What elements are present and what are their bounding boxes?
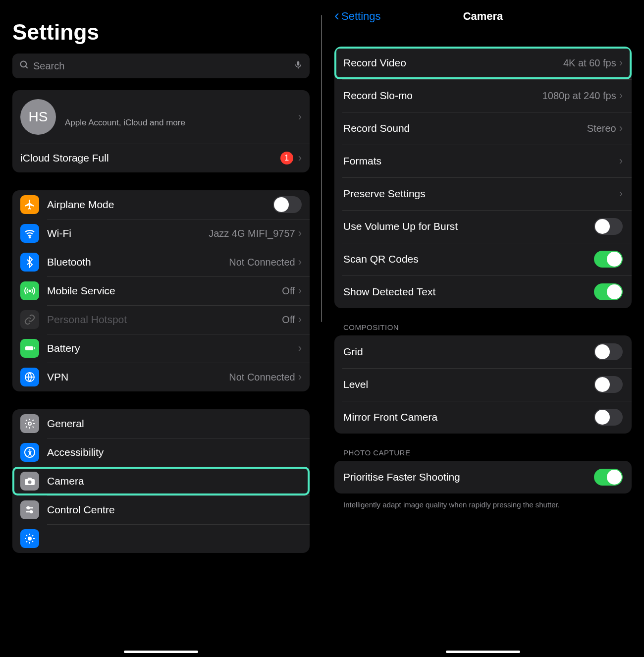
row-label: Camera — [47, 475, 302, 487]
row-label: Mobile Service — [47, 285, 282, 297]
row-label: Use Volume Up for Burst — [343, 220, 594, 232]
row-label: Bluetooth — [47, 256, 229, 268]
account-subtitle: Apple Account, iCloud and more — [65, 118, 298, 128]
icloud-storage-row[interactable]: iCloud Storage Full 1 › — [12, 144, 310, 172]
toggle-qr[interactable] — [594, 251, 623, 268]
toggle-level[interactable] — [594, 376, 623, 393]
svg-rect-7 — [34, 347, 35, 349]
camera-row-detected[interactable]: Show Detected Text — [334, 275, 632, 308]
row-label: VPN — [47, 371, 229, 383]
row-label: Grid — [343, 346, 594, 358]
row-value: 4K at 60 fps — [563, 57, 616, 69]
settings-row-accessibility[interactable]: Accessibility — [12, 438, 310, 467]
section-header-composition: COMPOSITION — [334, 323, 632, 335]
toggle-airplane[interactable] — [273, 196, 302, 213]
settings-row-airplane[interactable]: Airplane Mode — [12, 190, 310, 219]
chevron-left-icon: ‹ — [334, 8, 339, 23]
row-value: Off — [282, 285, 295, 297]
account-row[interactable]: HS Apple Account, iCloud and more › — [12, 90, 310, 144]
notification-badge: 1 — [280, 152, 293, 164]
camera-row-qr[interactable]: Scan QR Codes — [334, 243, 632, 275]
camera-row-grid[interactable]: Grid — [334, 335, 632, 368]
icloud-storage-label: iCloud Storage Full — [20, 152, 280, 164]
home-indicator[interactable] — [446, 651, 520, 653]
toggle-faster[interactable] — [594, 469, 623, 486]
camera-icon — [20, 472, 39, 491]
page-title: Settings — [12, 20, 310, 45]
row-label: Wi-Fi — [47, 227, 209, 239]
camera-row-level[interactable]: Level — [334, 368, 632, 401]
row-value: 1080p at 240 fps — [542, 90, 616, 102]
row-value: Stereo — [587, 123, 616, 134]
svg-point-4 — [29, 237, 30, 238]
settings-row-wifi[interactable]: Wi-FiJazz 4G MIFI_9757› — [12, 219, 310, 248]
settings-row-controlcentre[interactable]: Control Centre — [12, 495, 310, 524]
settings-row-hotspot[interactable]: Personal HotspotOff› — [12, 305, 310, 334]
search-input[interactable]: Search — [12, 54, 310, 78]
svg-point-15 — [27, 507, 29, 509]
svg-line-25 — [32, 535, 33, 536]
row-label: Record Sound — [343, 122, 587, 134]
globe-icon — [20, 368, 39, 386]
settings-row-mobile[interactable]: Mobile ServiceOff› — [12, 276, 310, 305]
row-label: Scan QR Codes — [343, 253, 594, 265]
toggle-detected[interactable] — [594, 283, 623, 300]
camera-row-faster[interactable]: Prioritise Faster Shooting — [334, 461, 632, 493]
chevron-right-icon: › — [298, 284, 302, 297]
settings-row-bluetooth[interactable]: BluetoothNot Connected› — [12, 248, 310, 276]
svg-line-23 — [32, 541, 33, 542]
svg-line-24 — [26, 541, 27, 542]
toggle-mirror[interactable] — [594, 409, 623, 426]
camera-row-volburst[interactable]: Use Volume Up for Burst — [334, 210, 632, 243]
chevron-right-icon: › — [619, 155, 623, 167]
home-indicator[interactable] — [124, 651, 198, 653]
svg-point-12 — [28, 481, 32, 484]
settings-row-display[interactable] — [12, 524, 310, 553]
camera-row-mirror[interactable]: Mirror Front Camera — [334, 401, 632, 434]
camera-row-recvideo[interactable]: Record Video4K at 60 fps› — [334, 47, 632, 79]
row-label: Mirror Front Camera — [343, 411, 594, 423]
settings-row-general[interactable]: General — [12, 409, 310, 438]
brightness-icon — [20, 529, 39, 548]
row-label: Prioritise Faster Shooting — [343, 471, 594, 483]
camera-row-preserve[interactable]: Preserve Settings› — [334, 177, 632, 210]
row-value: Off — [282, 314, 295, 326]
svg-line-22 — [26, 535, 27, 536]
chevron-right-icon: › — [619, 89, 623, 102]
row-label: Record Video — [343, 57, 563, 69]
section-header-photo: PHOTO CAPTURE — [334, 448, 632, 461]
row-label: Control Centre — [47, 504, 302, 516]
back-button[interactable]: ‹ Settings — [334, 9, 381, 24]
camera-row-recsound[interactable]: Record SoundStereo› — [334, 112, 632, 145]
chevron-right-icon: › — [298, 371, 302, 383]
chevron-right-icon: › — [619, 56, 623, 69]
back-label: Settings — [341, 10, 381, 23]
svg-point-16 — [30, 511, 32, 513]
row-label: Level — [343, 379, 594, 390]
chevron-right-icon: › — [298, 110, 302, 123]
row-label: Accessibility — [47, 446, 302, 458]
svg-rect-6 — [25, 346, 33, 350]
camera-row-recslomo[interactable]: Record Slo-mo1080p at 240 fps› — [334, 79, 632, 112]
row-label: Personal Hotspot — [47, 314, 282, 326]
toggle-volburst[interactable] — [594, 218, 623, 235]
search-placeholder: Search — [33, 60, 294, 72]
toggle-grid[interactable] — [594, 343, 623, 360]
row-label: Show Detected Text — [343, 286, 594, 298]
row-label: Record Slo-mo — [343, 90, 542, 102]
settings-row-battery[interactable]: Battery› — [12, 334, 310, 363]
row-label: Formats — [343, 155, 619, 167]
svg-point-5 — [29, 290, 31, 292]
camera-row-formats[interactable]: Formats› — [334, 145, 632, 177]
mic-icon[interactable] — [294, 59, 303, 72]
chevron-right-icon: › — [298, 342, 302, 355]
row-label: Battery — [47, 342, 298, 354]
antenna-icon — [20, 281, 39, 300]
chevron-right-icon: › — [298, 152, 302, 164]
search-icon — [19, 60, 29, 72]
settings-row-vpn[interactable]: VPNNot Connected› — [12, 363, 310, 391]
settings-row-camera[interactable]: Camera — [12, 467, 310, 495]
chevron-right-icon: › — [619, 187, 623, 200]
row-value: Not Connected — [229, 257, 295, 268]
wifi-icon — [20, 224, 39, 243]
